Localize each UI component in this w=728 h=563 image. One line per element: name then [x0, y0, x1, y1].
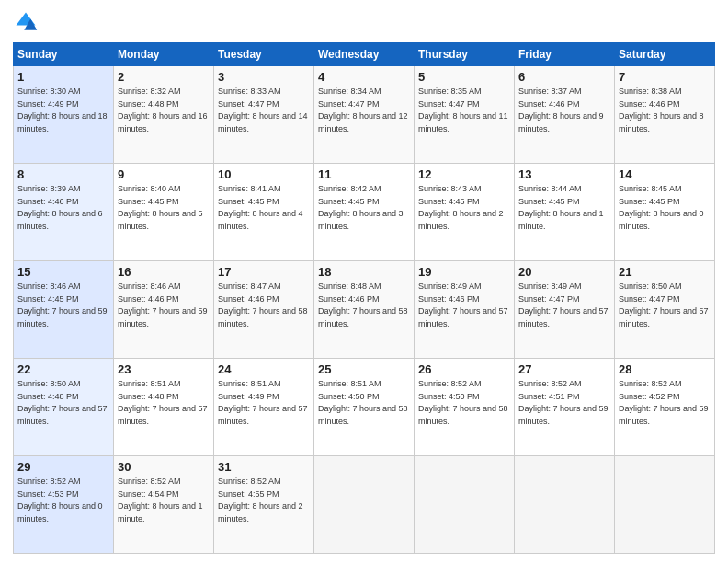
- day-info: Sunrise: 8:42 AMSunset: 4:45 PMDaylight:…: [318, 183, 410, 233]
- calendar-cell: 1Sunrise: 8:30 AMSunset: 4:49 PMDaylight…: [14, 66, 114, 164]
- day-number: 21: [619, 265, 711, 279]
- calendar-cell: 4Sunrise: 8:34 AMSunset: 4:47 PMDaylight…: [314, 66, 415, 164]
- calendar-week-2: 8Sunrise: 8:39 AMSunset: 4:46 PMDaylight…: [14, 164, 715, 261]
- day-info: Sunrise: 8:33 AMSunset: 4:47 PMDaylight:…: [218, 86, 310, 135]
- day-info: Sunrise: 8:40 AMSunset: 4:45 PMDaylight:…: [118, 183, 210, 233]
- day-number: 11: [318, 167, 410, 181]
- day-number: 2: [118, 70, 210, 84]
- day-info: Sunrise: 8:50 AMSunset: 4:48 PMDaylight:…: [17, 378, 109, 428]
- day-info: Sunrise: 8:51 AMSunset: 4:48 PMDaylight:…: [118, 378, 210, 428]
- day-info: Sunrise: 8:51 AMSunset: 4:49 PMDaylight:…: [218, 378, 310, 428]
- calendar-cell: 6Sunrise: 8:37 AMSunset: 4:46 PMDaylight…: [515, 66, 615, 164]
- calendar-cell: 28Sunrise: 8:52 AMSunset: 4:52 PMDayligh…: [615, 359, 715, 456]
- calendar-cell: 21Sunrise: 8:50 AMSunset: 4:47 PMDayligh…: [615, 261, 715, 359]
- day-number: 4: [318, 70, 410, 84]
- day-info: Sunrise: 8:32 AMSunset: 4:48 PMDaylight:…: [118, 86, 210, 135]
- calendar-cell: 18Sunrise: 8:48 AMSunset: 4:46 PMDayligh…: [314, 261, 415, 359]
- day-header-wednesday: Wednesday: [314, 43, 415, 66]
- calendar-cell: 20Sunrise: 8:49 AMSunset: 4:47 PMDayligh…: [515, 261, 615, 359]
- day-info: Sunrise: 8:48 AMSunset: 4:46 PMDaylight:…: [318, 281, 410, 330]
- logo: [13, 9, 42, 35]
- logo-icon: [13, 9, 39, 35]
- day-header-saturday: Saturday: [615, 43, 715, 66]
- day-info: Sunrise: 8:39 AMSunset: 4:46 PMDaylight:…: [17, 183, 109, 233]
- day-number: 16: [118, 265, 210, 279]
- day-info: Sunrise: 8:52 AMSunset: 4:50 PMDaylight:…: [418, 378, 510, 428]
- day-number: 14: [619, 167, 711, 181]
- calendar-week-5: 29Sunrise: 8:52 AMSunset: 4:53 PMDayligh…: [14, 456, 715, 554]
- calendar-cell: 11Sunrise: 8:42 AMSunset: 4:45 PMDayligh…: [314, 164, 415, 261]
- day-number: 25: [318, 362, 410, 376]
- calendar-week-1: 1Sunrise: 8:30 AMSunset: 4:49 PMDaylight…: [14, 66, 715, 164]
- calendar-cell: 8Sunrise: 8:39 AMSunset: 4:46 PMDaylight…: [14, 164, 114, 261]
- day-info: Sunrise: 8:43 AMSunset: 4:45 PMDaylight:…: [418, 183, 510, 233]
- day-number: 31: [218, 460, 310, 474]
- calendar-cell: 25Sunrise: 8:51 AMSunset: 4:50 PMDayligh…: [314, 359, 415, 456]
- day-number: 17: [218, 265, 310, 279]
- day-number: 15: [17, 265, 109, 279]
- day-number: 28: [619, 362, 711, 376]
- day-number: 12: [418, 167, 510, 181]
- calendar-header-row: SundayMondayTuesdayWednesdayThursdayFrid…: [14, 43, 715, 66]
- calendar-cell: [515, 456, 615, 554]
- day-number: 8: [17, 167, 109, 181]
- day-number: 10: [218, 167, 310, 181]
- day-info: Sunrise: 8:45 AMSunset: 4:45 PMDaylight:…: [619, 183, 711, 233]
- calendar-cell: 29Sunrise: 8:52 AMSunset: 4:53 PMDayligh…: [14, 456, 114, 554]
- day-info: Sunrise: 8:52 AMSunset: 4:54 PMDaylight:…: [118, 476, 210, 525]
- calendar-cell: 16Sunrise: 8:46 AMSunset: 4:46 PMDayligh…: [114, 261, 214, 359]
- day-number: 29: [17, 460, 109, 474]
- day-info: Sunrise: 8:37 AMSunset: 4:46 PMDaylight:…: [518, 86, 610, 135]
- day-number: 3: [218, 70, 310, 84]
- calendar-cell: 13Sunrise: 8:44 AMSunset: 4:45 PMDayligh…: [515, 164, 615, 261]
- calendar-cell: 30Sunrise: 8:52 AMSunset: 4:54 PMDayligh…: [114, 456, 214, 554]
- day-number: 9: [118, 167, 210, 181]
- day-info: Sunrise: 8:49 AMSunset: 4:46 PMDaylight:…: [418, 281, 510, 330]
- day-number: 13: [518, 167, 610, 181]
- calendar-cell: 17Sunrise: 8:47 AMSunset: 4:46 PMDayligh…: [214, 261, 314, 359]
- calendar-cell: 23Sunrise: 8:51 AMSunset: 4:48 PMDayligh…: [114, 359, 214, 456]
- day-info: Sunrise: 8:52 AMSunset: 4:53 PMDaylight:…: [17, 476, 109, 525]
- day-info: Sunrise: 8:41 AMSunset: 4:45 PMDaylight:…: [218, 183, 310, 233]
- day-number: 20: [518, 265, 610, 279]
- day-info: Sunrise: 8:52 AMSunset: 4:55 PMDaylight:…: [218, 476, 310, 525]
- day-info: Sunrise: 8:50 AMSunset: 4:47 PMDaylight:…: [619, 281, 711, 330]
- day-number: 1: [17, 70, 109, 84]
- day-number: 23: [118, 362, 210, 376]
- day-info: Sunrise: 8:38 AMSunset: 4:46 PMDaylight:…: [619, 86, 711, 135]
- day-number: 7: [619, 70, 711, 84]
- day-number: 19: [418, 265, 510, 279]
- calendar-cell: 24Sunrise: 8:51 AMSunset: 4:49 PMDayligh…: [214, 359, 314, 456]
- calendar-cell: [314, 456, 415, 554]
- day-number: 24: [218, 362, 310, 376]
- day-info: Sunrise: 8:46 AMSunset: 4:46 PMDaylight:…: [118, 281, 210, 330]
- calendar-cell: 12Sunrise: 8:43 AMSunset: 4:45 PMDayligh…: [415, 164, 515, 261]
- day-number: 27: [518, 362, 610, 376]
- day-info: Sunrise: 8:47 AMSunset: 4:46 PMDaylight:…: [218, 281, 310, 330]
- page: SundayMondayTuesdayWednesdayThursdayFrid…: [0, 0, 728, 563]
- calendar-cell: 5Sunrise: 8:35 AMSunset: 4:47 PMDaylight…: [415, 66, 515, 164]
- day-number: 22: [17, 362, 109, 376]
- calendar-cell: 26Sunrise: 8:52 AMSunset: 4:50 PMDayligh…: [415, 359, 515, 456]
- calendar-cell: 22Sunrise: 8:50 AMSunset: 4:48 PMDayligh…: [14, 359, 114, 456]
- day-info: Sunrise: 8:52 AMSunset: 4:52 PMDaylight:…: [619, 378, 711, 428]
- day-info: Sunrise: 8:35 AMSunset: 4:47 PMDaylight:…: [418, 86, 510, 135]
- calendar-cell: 2Sunrise: 8:32 AMSunset: 4:48 PMDaylight…: [114, 66, 214, 164]
- day-info: Sunrise: 8:49 AMSunset: 4:47 PMDaylight:…: [518, 281, 610, 330]
- day-info: Sunrise: 8:52 AMSunset: 4:51 PMDaylight:…: [518, 378, 610, 428]
- calendar-week-4: 22Sunrise: 8:50 AMSunset: 4:48 PMDayligh…: [14, 359, 715, 456]
- calendar-cell: 9Sunrise: 8:40 AMSunset: 4:45 PMDaylight…: [114, 164, 214, 261]
- header: [13, 9, 715, 35]
- calendar-cell: 27Sunrise: 8:52 AMSunset: 4:51 PMDayligh…: [515, 359, 615, 456]
- day-info: Sunrise: 8:30 AMSunset: 4:49 PMDaylight:…: [17, 86, 109, 135]
- day-info: Sunrise: 8:44 AMSunset: 4:45 PMDaylight:…: [518, 183, 610, 233]
- day-info: Sunrise: 8:34 AMSunset: 4:47 PMDaylight:…: [318, 86, 410, 135]
- calendar-table: SundayMondayTuesdayWednesdayThursdayFrid…: [13, 42, 715, 554]
- day-number: 30: [118, 460, 210, 474]
- calendar-cell: 19Sunrise: 8:49 AMSunset: 4:46 PMDayligh…: [415, 261, 515, 359]
- day-number: 26: [418, 362, 510, 376]
- calendar-cell: 14Sunrise: 8:45 AMSunset: 4:45 PMDayligh…: [615, 164, 715, 261]
- day-number: 5: [418, 70, 510, 84]
- day-header-thursday: Thursday: [415, 43, 515, 66]
- day-header-sunday: Sunday: [14, 43, 114, 66]
